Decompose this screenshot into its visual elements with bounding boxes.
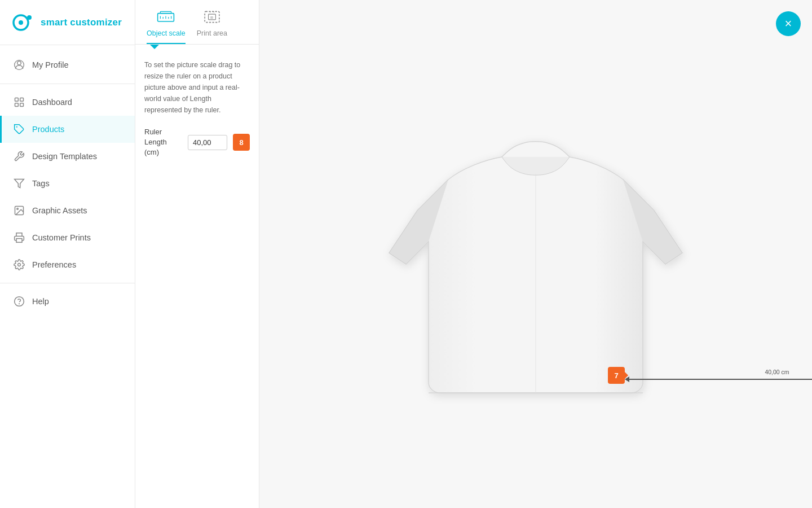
panel-tabs: Object scale ⊞ Print area [135,0,259,45]
svg-text:⊞: ⊞ [210,15,213,19]
left-arrowhead [625,376,629,382]
left-ruler-badge: 7 [608,367,625,384]
logo-area: smart customizer [0,0,135,45]
dashboard-icon [13,96,25,108]
graphic-icon [13,204,25,217]
left-badge-area: 7 [608,367,625,384]
panel-description: To set the picture scale drag to resize … [144,59,250,116]
nav-divider-2 [0,283,135,283]
user-circle-icon [13,59,25,71]
nav-divider-1 [0,84,135,84]
svg-point-14 [18,264,21,266]
tab-object-scale-label: Object scale [147,29,186,37]
sidebar-item-products[interactable]: Products [0,116,135,143]
sidebar-item-tags[interactable]: Tags [0,170,135,197]
sidebar-item-dashboard[interactable]: Dashboard [0,89,135,116]
print-area-tab-icon: ⊞ [203,8,221,26]
main-canvas: 7 40,00 cm 7 × [259,0,812,508]
panel: Object scale ⊞ Print area To set the pic… [135,0,259,508]
ruler-length-input[interactable] [188,135,227,150]
sidebar-item-label: Dashboard [32,98,72,107]
active-tab-indicator [150,45,159,49]
arrow-line [625,376,812,382]
svg-point-3 [17,61,21,65]
sidebar-item-label: Tags [32,179,50,188]
svg-rect-8 [20,103,24,107]
measurement-label: 40,00 cm [765,369,789,375]
sidebar-item-label: My Profile [32,60,68,69]
svg-rect-5 [15,98,19,102]
svg-point-15 [15,297,24,306]
tab-print-area[interactable]: ⊞ Print area [197,8,227,44]
close-button[interactable]: × [776,11,801,36]
app-name: smart customizer [41,17,122,28]
svg-rect-6 [20,98,24,102]
ruler-label: Ruler Length (cm) [144,127,182,158]
sidebar-item-label: Products [32,125,64,134]
panel-content: To set the picture scale drag to resize … [135,49,259,508]
tag-icon [13,123,25,135]
object-scale-tab-icon [157,8,175,26]
measurement-line: 40,00 cm [625,369,812,382]
svg-marker-10 [15,179,24,188]
sidebar-item-label: Design Templates [32,152,97,161]
gear-icon [13,259,25,271]
logo-icon [11,11,35,34]
ruler-overlay: 7 40,00 cm 7 [608,367,812,384]
sidebar-item-customer-prints[interactable]: Customer Prints [0,224,135,251]
sidebar-item-help[interactable]: Help [0,288,135,315]
ruler-badge: 8 [233,134,250,151]
sidebar-item-graphic-assets[interactable]: Graphic Assets [0,197,135,224]
ruler-line [629,379,812,380]
tools-icon [13,150,25,163]
sidebar-item-label: Customer Prints [32,233,91,242]
sidebar-item-label: Preferences [32,260,76,269]
svg-rect-7 [15,103,19,107]
question-icon [13,295,25,308]
svg-rect-13 [16,239,22,243]
sidebar-item-preferences[interactable]: Preferences [0,251,135,278]
filter-icon [13,177,25,190]
sidebar-item-label: Graphic Assets [32,206,87,215]
ruler-row: Ruler Length (cm) 8 [144,127,250,158]
tab-print-area-label: Print area [197,29,227,37]
sidebar-item-label: Help [32,297,49,306]
print-icon [13,231,25,244]
svg-point-2 [27,15,32,20]
sidebar-item-design-templates[interactable]: Design Templates [0,143,135,170]
svg-point-1 [19,20,23,25]
svg-point-12 [17,208,18,210]
nav-list: My Profile Dashboard Products [0,45,135,508]
svg-rect-18 [161,11,171,13]
tab-object-scale[interactable]: Object scale [147,8,186,44]
sidebar-item-my-profile[interactable]: My Profile [0,51,135,79]
sidebar: smart customizer My Profile [0,0,135,508]
